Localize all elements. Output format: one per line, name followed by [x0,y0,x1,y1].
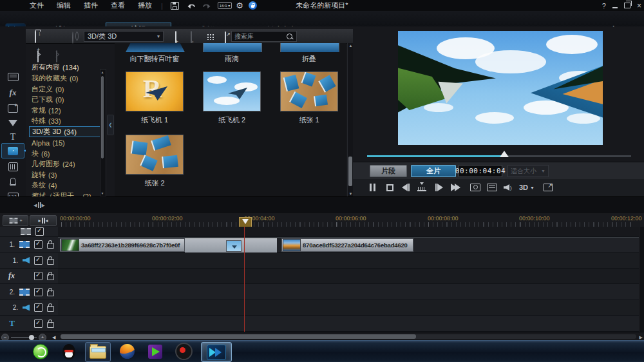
playhead-marker[interactable] [239,217,252,227]
sidebar-item-title-room[interactable]: T [0,130,26,144]
lock-icon[interactable] [47,274,54,280]
thumbnail-size-icon[interactable] [225,32,226,44]
category-scrollbar[interactable]: ▲ ▼ [100,69,106,196]
category-stripes[interactable]: 条纹(4) [29,180,101,190]
3d-mode-dropdown[interactable]: 3D▼ [519,182,535,193]
zoom-slider[interactable] [11,337,37,338]
track-enable-checkbox[interactable] [34,256,43,265]
transition-item-thumb-paper-plane-1[interactable]: R [126,71,184,111]
step-marker-button[interactable] [417,182,426,193]
zoom-slider-knob[interactable] [29,335,34,340]
playhead-line[interactable] [244,227,245,332]
menu-file[interactable]: 文件 [23,0,50,11]
transition-item-thumb-paper-1[interactable] [280,71,338,111]
transition-item-thumb[interactable] [203,43,262,52]
category-wipe[interactable]: 擦拭（适用于...(2) [29,191,101,196]
track-enable-checkbox[interactable] [34,303,43,312]
track-header-audio-1[interactable]: 1. [0,252,58,269]
collapse-category-panel-handle[interactable]: ❮ [107,115,114,135]
undo-icon[interactable] [187,2,196,10]
category-all[interactable]: 所有内容(134) [29,62,101,72]
track-enable-checkbox[interactable] [34,272,43,280]
taskbar-firefox[interactable] [115,342,139,361]
menu-edit[interactable]: 编辑 [50,0,77,11]
lock-icon[interactable] [47,259,54,265]
minimize-button[interactable] [612,7,618,8]
new-folder-icon[interactable] [175,31,176,43]
aspect-ratio-dropdown[interactable]: 16:9 ▾ [218,2,232,9]
track-content-audio-2[interactable] [58,300,639,316]
scroll-left-icon[interactable]: ◀ [52,335,55,340]
transition-overlap-region[interactable] [185,238,277,252]
menu-view[interactable]: 查看 [104,0,131,11]
detach-preview-button[interactable] [544,182,553,193]
redo-icon[interactable] [202,2,211,10]
timeline-ruler[interactable]: + ▸◂ 00:00:00:00 00:00:02:00 00:00:04:00… [0,213,644,227]
snapshot-camera-button[interactable] [470,182,480,193]
transition-item-thumb-paper-plane-2[interactable] [203,71,261,111]
track-header-master[interactable] [0,227,58,237]
stop-button[interactable] [386,182,393,193]
category-3d-selected[interactable]: 3D/类 3D(34) [29,126,104,137]
previous-frame-button[interactable] [402,182,410,193]
sidebar-item-transition-room[interactable] [1,143,24,158]
grid-view-icon[interactable] [207,33,214,40]
category-special[interactable]: 特殊(33) [29,116,101,126]
scrollbar-thumb[interactable] [348,157,352,186]
transition-item-label[interactable]: 向下翻转百叶窗 [119,54,190,64]
taskbar-qq[interactable] [57,342,81,361]
sidebar-item-effect-room[interactable]: fx [0,86,26,100]
taskbar-recorder[interactable] [171,342,196,361]
category-rotate[interactable]: 旋转(3) [29,170,101,180]
timeline-vertical-scrollbar[interactable] [639,227,644,332]
scroll-up-icon[interactable]: ▲ [100,70,104,74]
search-input[interactable] [232,33,287,40]
track-manager-button[interactable]: + [3,215,28,226]
track-header-title[interactable]: T [0,316,58,332]
lock-icon[interactable] [47,291,54,296]
settings-gear-icon[interactable]: ⚙ [236,1,243,10]
timeline-clip-1[interactable]: 3a68ff27363e1b289f69628c7b7f0e0f [60,238,185,252]
menu-play[interactable]: 播放 [131,0,158,11]
track-content-audio-1[interactable] [58,252,639,269]
category-downloaded[interactable]: 已下载(0) [29,95,101,104]
track-header-video-1[interactable]: 1. [0,237,58,252]
help-button[interactable]: ? [602,2,606,10]
lock-icon[interactable] [47,322,54,328]
category-filter-dropdown[interactable]: 3D/类 3D ▾ [84,31,164,42]
category-favorites[interactable]: 我的收藏夹(0) [29,73,101,83]
transition-item-label[interactable]: 纸张 1 [274,115,345,125]
track-enable-checkbox[interactable] [34,240,43,249]
scroll-right-icon[interactable]: ▶ [639,335,643,340]
category-alpha[interactable]: Alpha(15) [29,138,101,148]
category-block[interactable]: 块(6) [29,149,101,158]
transition-item-thumb-paper-2[interactable] [126,135,184,175]
track-content-effect[interactable] [58,269,639,284]
import-media-icon[interactable] [35,31,36,43]
taskbar-powerdirector-active[interactable] [201,342,232,362]
segment-mode-button[interactable]: 片段 [370,165,407,177]
scrollbar-thumb[interactable] [101,76,104,158]
play-button[interactable] [435,182,443,193]
category-general[interactable]: 常规(12) [29,106,101,115]
lock-icon[interactable] [47,243,54,249]
sidebar-item-pip-room[interactable] [0,101,26,115]
timeline-horizontal-scrollbar[interactable] [61,334,636,339]
transition-item-thumb[interactable] [280,43,339,52]
transition-item-label[interactable]: 纸飞机 1 [119,115,190,125]
preview-quality-button[interactable] [487,182,497,193]
transition-item-label[interactable]: 折叠 [274,54,345,64]
category-custom[interactable]: 自定义(0) [29,84,101,94]
track-enable-checkbox[interactable] [34,319,43,328]
track-content-master[interactable] [58,227,639,237]
range-select-button[interactable]: ▸◂ [30,215,57,226]
lock-icon[interactable] [47,306,54,312]
track-enable-checkbox[interactable] [34,288,43,296]
save-icon[interactable] [171,2,179,10]
transition-item-label[interactable]: 纸张 2 [119,178,190,188]
scrollbar-thumb[interactable] [61,334,416,339]
pause-button[interactable] [370,182,375,193]
transition-item-label[interactable]: 纸飞机 2 [196,115,267,125]
track-header-audio-2[interactable]: 2. [0,300,58,316]
sidebar-item-mixing-room[interactable] [0,160,26,174]
